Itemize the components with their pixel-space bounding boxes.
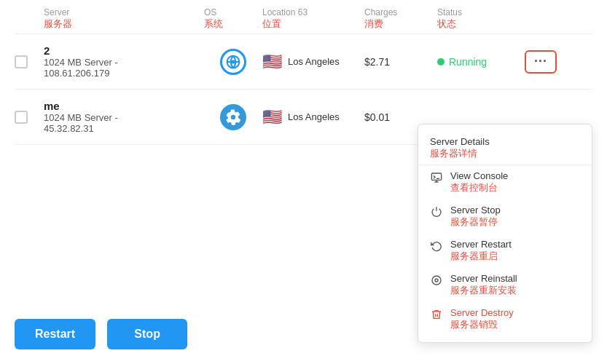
row1-location: 🇺🇸 Los Angeles xyxy=(262,52,364,71)
header-status-zh: 状态 xyxy=(437,17,525,31)
server-destroy-en: Server Destroy xyxy=(450,307,514,318)
dropdown-item-server-destroy[interactable]: Server Destroy 服务器销毁 xyxy=(418,302,592,336)
dropdown-item-server-stop[interactable]: Server Stop 服务器暂停 xyxy=(418,199,592,234)
server-restart-zh: 服务器重启 xyxy=(450,250,512,263)
header-location: Location 63 位置 xyxy=(262,7,364,31)
row1-checkbox[interactable] xyxy=(15,55,44,68)
restart-button[interactable]: Restart xyxy=(15,319,95,349)
reinstall-icon xyxy=(430,274,443,286)
svg-point-1 xyxy=(232,60,235,63)
bottom-action-bar: Restart Stop xyxy=(15,319,187,349)
row1-server-spec: 1024 MB Server - xyxy=(44,57,204,68)
row1-charges: $2.71 xyxy=(364,56,437,68)
view-console-en: View Console xyxy=(450,170,508,181)
console-icon xyxy=(430,172,443,183)
header-status-en: Status xyxy=(437,7,525,17)
stop-button[interactable]: Stop xyxy=(107,319,187,349)
row2-server-info: me 1024 MB Server - 45.32.82.31 xyxy=(44,100,204,134)
row2-server-name: me xyxy=(44,100,204,112)
row2-charges: $0.01 xyxy=(364,111,437,123)
server-reinstall-en: Server Reinstall xyxy=(450,273,517,284)
row1-flag: 🇺🇸 xyxy=(262,52,282,71)
table-header: Server 服务器 OS 系统 Location 63 位置 Charges … xyxy=(15,0,592,34)
row1-server-ip: 108.61.206.179 xyxy=(44,68,204,79)
row1-status-text: Running xyxy=(449,56,487,68)
dropdown-item-server-restart[interactable]: Server Restart 服务器重启 xyxy=(418,234,592,268)
server-restart-en: Server Restart xyxy=(450,239,512,250)
row2-location-text: Los Angeles xyxy=(288,111,340,122)
row2-checkbox[interactable] xyxy=(15,111,44,124)
header-server-en: Server xyxy=(44,7,204,17)
header-charges-en: Charges xyxy=(364,7,437,17)
dropdown-item-view-console[interactable]: View Console 查看控制台 xyxy=(418,165,592,199)
ellipsis-icon: ··· xyxy=(534,54,547,69)
header-location-en: Location 63 xyxy=(262,7,364,17)
server-restart-text: Server Restart 服务器重启 xyxy=(450,239,512,263)
power-icon xyxy=(430,206,443,218)
row1-location-text: Los Angeles xyxy=(288,56,340,67)
row1-os-icon xyxy=(204,49,262,75)
header-charges: Charges 消费 xyxy=(364,7,437,31)
row2-os-icon xyxy=(204,104,262,130)
dropdown-item-server-reinstall[interactable]: Server Reinstall 服务器重新安装 xyxy=(418,268,592,302)
row1-server-info: 2 1024 MB Server - 108.61.206.179 xyxy=(44,44,204,79)
os-gear-icon xyxy=(220,104,246,130)
server-stop-en: Server Stop xyxy=(450,205,501,215)
view-console-zh: 查看控制台 xyxy=(450,181,508,194)
row2-location: 🇺🇸 Los Angeles xyxy=(262,108,364,127)
server-stop-zh: 服务器暂停 xyxy=(450,215,501,229)
server-reinstall-text: Server Reinstall 服务器重新安装 xyxy=(450,273,517,297)
header-os: OS 系统 xyxy=(204,7,262,31)
svg-point-5 xyxy=(435,279,438,282)
os-vpn-icon xyxy=(220,49,246,75)
table-row: 2 1024 MB Server - 108.61.206.179 🇺🇸 Los… xyxy=(15,34,592,90)
row1-server-name: 2 xyxy=(44,44,204,57)
row1-action-btn-container[interactable]: ··· xyxy=(525,50,568,74)
trash-icon xyxy=(430,309,443,320)
header-location-zh: 位置 xyxy=(262,17,364,31)
view-console-text: View Console 查看控制台 xyxy=(450,170,508,194)
dropdown-header: Server Details 服务器详情 xyxy=(418,130,592,165)
row2-server-spec: 1024 MB Server - xyxy=(44,112,204,123)
row1-status: Running xyxy=(437,56,525,68)
header-os-en: OS xyxy=(204,7,262,17)
header-os-zh: 系统 xyxy=(204,17,262,31)
server-stop-text: Server Stop 服务器暂停 xyxy=(450,205,501,229)
header-server: Server 服务器 xyxy=(44,7,204,31)
server-destroy-text: Server Destroy 服务器销毁 xyxy=(450,307,514,331)
dropdown-header-zh: 服务器详情 xyxy=(430,147,580,160)
header-status: Status 状态 xyxy=(437,7,525,31)
header-charges-zh: 消费 xyxy=(364,17,437,31)
row1-action-button[interactable]: ··· xyxy=(525,50,557,74)
row1-status-dot xyxy=(437,58,445,66)
row2-server-ip: 45.32.82.31 xyxy=(44,123,204,134)
svg-point-4 xyxy=(432,276,441,285)
server-reinstall-zh: 服务器重新安装 xyxy=(450,284,517,297)
restart-icon xyxy=(430,240,443,252)
header-server-zh: 服务器 xyxy=(44,17,204,31)
row2-flag: 🇺🇸 xyxy=(262,108,282,127)
dropdown-menu: Server Details 服务器详情 View Console 查看控制台 … xyxy=(418,124,592,343)
server-destroy-zh: 服务器销毁 xyxy=(450,318,514,331)
dropdown-header-en: Server Details xyxy=(430,136,580,147)
